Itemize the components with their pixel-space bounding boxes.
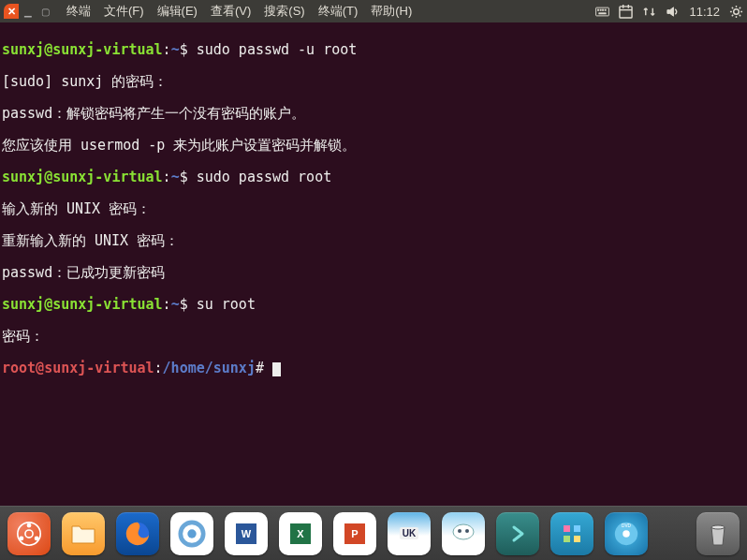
prompt-user: sunxj@sunxj-virtual bbox=[2, 169, 163, 185]
firefox-icon[interactable] bbox=[116, 512, 159, 555]
svg-point-20 bbox=[458, 529, 461, 533]
svg-rect-23 bbox=[574, 525, 580, 532]
cursor-icon bbox=[272, 362, 281, 376]
volume-icon[interactable] bbox=[666, 5, 680, 19]
menu-file[interactable]: 文件(F) bbox=[97, 3, 151, 20]
terminal-line: 密码： bbox=[2, 329, 745, 345]
terminal-line: passwd：解锁密码将产生一个没有密码的账户。 bbox=[2, 106, 745, 122]
prompt-path: /home/sunxj bbox=[163, 360, 256, 376]
svg-point-12 bbox=[25, 529, 33, 537]
top-menubar: ✕ ▁ ▢ 终端 文件(F) 编辑(E) 查看(V) 搜索(S) 终端(T) 帮… bbox=[0, 0, 747, 22]
svg-rect-2 bbox=[600, 9, 601, 10]
dock: W X P UK DVD bbox=[0, 506, 747, 560]
svg-rect-1 bbox=[598, 9, 599, 10]
window-controls: ✕ ▁ ▢ bbox=[4, 4, 52, 19]
prompt-path: ~ bbox=[171, 296, 180, 313]
dash-icon[interactable] bbox=[7, 512, 51, 555]
svg-rect-0 bbox=[596, 7, 609, 16]
svg-point-29 bbox=[711, 525, 725, 529]
svg-rect-22 bbox=[564, 525, 570, 532]
forward-icon[interactable] bbox=[496, 512, 539, 555]
svg-point-18 bbox=[187, 529, 196, 538]
chromium-icon[interactable] bbox=[170, 512, 213, 555]
network-icon[interactable] bbox=[642, 5, 656, 19]
terminal-line: sunxj@sunxj-virtual:~$ sudo passwd root bbox=[2, 169, 745, 185]
terminal-line: 重新输入新的 UNIX 密码： bbox=[2, 233, 745, 249]
svg-rect-24 bbox=[564, 536, 570, 542]
clock[interactable]: 11:12 bbox=[689, 5, 720, 19]
svg-point-15 bbox=[19, 536, 23, 540]
command-text: sudo passwd -u root bbox=[197, 41, 358, 58]
menu-search[interactable]: 搜索(S) bbox=[257, 3, 311, 20]
assistant-icon[interactable] bbox=[442, 512, 485, 555]
terminal-line: sunxj@sunxj-virtual:~$ sudo passwd -u ro… bbox=[2, 42, 745, 58]
command-text: sudo passwd root bbox=[197, 169, 332, 185]
menu-view[interactable]: 查看(V) bbox=[204, 3, 257, 20]
command-text: su root bbox=[197, 296, 256, 313]
terminal-line: [sudo] sunxj 的密码： bbox=[2, 74, 745, 90]
gear-icon[interactable] bbox=[729, 5, 743, 19]
prompt-user: sunxj@sunxj-virtual bbox=[2, 296, 163, 313]
svg-point-21 bbox=[465, 529, 469, 533]
svg-point-27 bbox=[622, 530, 630, 538]
maximize-icon[interactable]: ▢ bbox=[37, 4, 52, 19]
terminal-line: passwd：已成功更新密码 bbox=[2, 265, 745, 281]
menu-help[interactable]: 帮助(H) bbox=[364, 3, 418, 20]
svg-rect-25 bbox=[574, 536, 580, 542]
terminal-line: 您应该使用 usermod -p 来为此账户设置密码并解锁。 bbox=[2, 138, 745, 154]
software-center-icon[interactable]: UK bbox=[388, 512, 431, 555]
terminal-body[interactable]: sunxj@sunxj-virtual:~$ sudo passwd -u ro… bbox=[0, 22, 747, 396]
prompt-user: sunxj@sunxj-virtual bbox=[2, 41, 163, 58]
menu-terminal[interactable]: 终端(T) bbox=[312, 3, 365, 20]
prompt-user: root@sunxj-virtual bbox=[2, 360, 154, 376]
excel-icon[interactable]: X bbox=[279, 512, 322, 555]
svg-rect-3 bbox=[603, 9, 604, 10]
svg-rect-6 bbox=[620, 6, 632, 17]
svg-rect-5 bbox=[599, 12, 607, 13]
terminal-line: 输入新的 UNIX 密码： bbox=[2, 201, 745, 217]
terminal-line: sunxj@sunxj-virtual:~$ su root bbox=[2, 297, 745, 313]
powerpoint-icon[interactable]: P bbox=[333, 512, 376, 555]
svg-point-19 bbox=[453, 524, 474, 539]
menu-items: 终端 文件(F) 编辑(E) 查看(V) 搜索(S) 终端(T) 帮助(H) bbox=[60, 3, 418, 20]
menu-edit[interactable]: 编辑(E) bbox=[151, 3, 204, 20]
prompt-path: ~ bbox=[171, 41, 180, 58]
system-tray: 11:12 bbox=[595, 0, 743, 22]
calendar-icon[interactable] bbox=[619, 5, 633, 19]
minimize-icon[interactable]: ▁ bbox=[21, 4, 36, 19]
terminal-line: root@sunxj-virtual:/home/sunxj# bbox=[2, 361, 745, 376]
app-name[interactable]: 终端 bbox=[60, 3, 97, 20]
close-icon[interactable]: ✕ bbox=[4, 4, 19, 19]
svg-point-13 bbox=[27, 523, 32, 527]
files-icon[interactable] bbox=[62, 512, 105, 555]
svg-text:DVD: DVD bbox=[622, 523, 631, 527]
svg-rect-4 bbox=[605, 9, 606, 10]
disc-icon[interactable]: DVD bbox=[605, 512, 648, 555]
svg-point-14 bbox=[35, 536, 39, 540]
word-icon[interactable]: W bbox=[225, 512, 268, 555]
trash-icon[interactable] bbox=[696, 512, 740, 555]
grid-app-icon[interactable] bbox=[550, 512, 593, 555]
keyboard-icon[interactable] bbox=[595, 5, 609, 19]
svg-point-10 bbox=[734, 8, 740, 14]
prompt-path: ~ bbox=[171, 169, 180, 185]
